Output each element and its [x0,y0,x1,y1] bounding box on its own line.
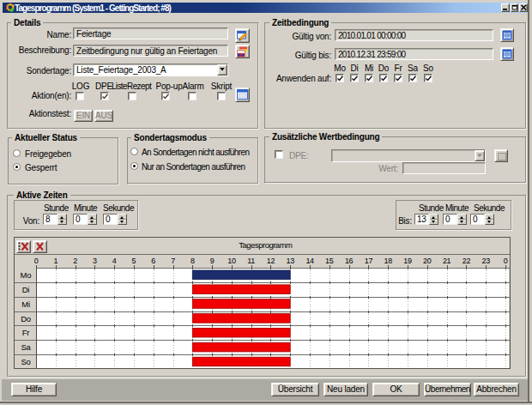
svg-text:Mi: Mi [21,299,30,309]
svg-text:11: 11 [247,257,255,265]
svg-text:So: So [21,357,30,366]
svg-text:17: 17 [365,257,373,265]
svg-text:0: 0 [34,257,39,265]
svg-text:5: 5 [132,257,136,265]
svg-text:14: 14 [305,257,314,265]
svg-text:20: 20 [423,257,432,265]
svg-text:18: 18 [384,257,392,265]
svg-text:13: 13 [287,257,295,265]
svg-text:Mo: Mo [21,270,32,280]
svg-text:2: 2 [73,257,77,265]
svg-text:8: 8 [190,257,195,265]
svg-text:9: 9 [210,257,215,265]
svg-text:Sa: Sa [21,342,31,352]
svg-text:23: 23 [481,257,490,265]
svg-text:15: 15 [325,257,334,265]
svg-text:Di: Di [22,285,30,294]
svg-text:4: 4 [112,257,117,265]
svg-text:22: 22 [462,257,471,265]
svg-text:Fr: Fr [22,328,30,337]
svg-text:12: 12 [267,257,275,265]
svg-text:0: 0 [504,257,508,265]
svg-text:16: 16 [345,257,354,265]
svg-text:6: 6 [151,257,155,265]
svg-text:1: 1 [53,257,57,265]
svg-text:7: 7 [171,257,175,265]
svg-text:19: 19 [403,257,412,265]
svg-text:21: 21 [443,257,451,265]
svg-text:Do: Do [21,314,31,323]
svg-text:Tagesprogramm: Tagesprogramm [239,240,293,250]
svg-text:3: 3 [93,257,97,265]
svg-text:10: 10 [227,257,236,265]
